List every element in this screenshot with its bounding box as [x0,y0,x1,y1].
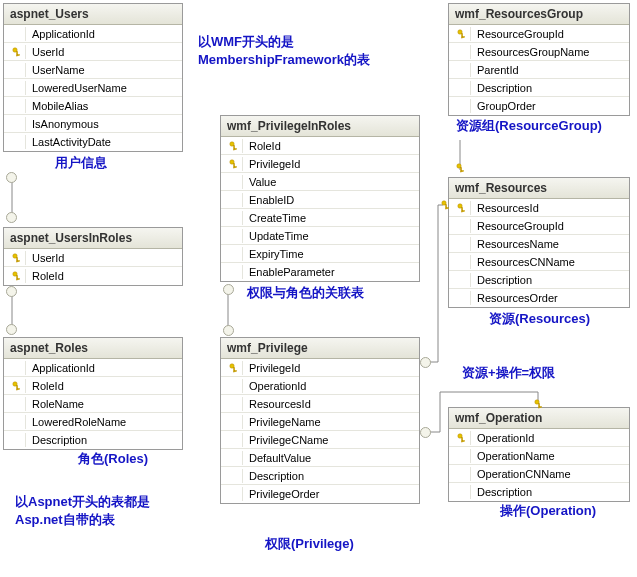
column-row: IsAnonymous [4,115,182,133]
column-row: LoweredUserName [4,79,182,97]
column-marker [8,361,26,375]
caption-users: 用户信息 [55,154,107,172]
column-marker [225,487,243,501]
column-name: UserId [32,46,64,58]
table-title: wmf_ResourcesGroup [449,4,629,25]
column-row: GroupOrder [449,97,629,115]
column-name: ResourcesOrder [477,292,558,304]
column-name: ResourcesName [477,238,559,250]
column-marker [453,237,471,251]
conn-endpoint-icon [6,324,17,335]
column-name: RoleId [32,380,64,392]
caption-resources: 资源(Resources) [489,310,590,328]
column-row: Value [221,173,419,191]
column-marker [453,291,471,305]
column-marker [453,467,471,481]
column-name: CreateTime [249,212,306,224]
column-name: LastActivityDate [32,136,111,148]
column-marker [453,99,471,113]
column-marker [453,485,471,499]
cols: RoleIdPrivilegeIdValueEnableIDCreateTime… [221,137,419,281]
column-row: ResourcesOrder [449,289,629,307]
column-row: PrivilegeId [221,155,419,173]
column-row: UpdateTime [221,227,419,245]
primary-key-icon [8,45,26,59]
table-wmf-operation: wmf_Operation OperationIdOperationNameOp… [448,407,630,502]
column-name: ExpiryTime [249,248,304,260]
column-marker [225,379,243,393]
column-marker [8,27,26,41]
column-marker [8,117,26,131]
column-name: ResourcesGroupName [477,46,590,58]
column-row: ResourceGroupId [449,25,629,43]
column-row: Description [449,483,629,501]
column-name: ResourceGroupId [477,220,564,232]
column-marker [225,415,243,429]
column-name: RoleId [249,140,281,152]
column-marker [453,273,471,287]
column-marker [453,255,471,269]
table-title: aspnet_Users [4,4,182,25]
conn-key-icon [533,398,544,409]
column-marker [225,211,243,225]
cols: ResourceGroupIdResourcesGroupNameParentI… [449,25,629,115]
column-row: OperationName [449,447,629,465]
column-row: PrivilegeName [221,413,419,431]
conn-endpoint-icon [6,212,17,223]
table-aspnet-users: aspnet_Users ApplicationIdUserIdUserName… [3,3,183,152]
column-row: UserId [4,43,182,61]
column-marker [225,229,243,243]
column-name: OperationName [477,450,555,462]
column-marker [8,99,26,113]
conn-endpoint-icon [223,325,234,336]
cols: ApplicationIdUserIdUserNameLoweredUserNa… [4,25,182,151]
column-row: RoleId [4,377,182,395]
column-marker [225,397,243,411]
column-name: PrivilegeCName [249,434,328,446]
column-marker [8,415,26,429]
column-row: ResourcesGroupName [449,43,629,61]
cols: PrivilegeIdOperationIdResourcesIdPrivile… [221,359,419,503]
column-row: LoweredRoleName [4,413,182,431]
primary-key-icon [453,27,471,41]
column-row: PrivilegeId [221,359,419,377]
column-name: OperationId [249,380,306,392]
table-title: wmf_Operation [449,408,629,429]
column-name: RoleId [32,270,64,282]
primary-key-icon [453,431,471,445]
column-name: PrivilegeOrder [249,488,319,500]
table-wmf-privilege: wmf_Privilege PrivilegeIdOperationIdReso… [220,337,420,504]
table-aspnet-usersinroles: aspnet_UsersInRoles UserIdRoleId [3,227,183,286]
column-row: OperationCNName [449,465,629,483]
caption-operation: 操作(Operation) [500,502,596,520]
table-wmf-resources: wmf_Resources ResourcesIdResourceGroupId… [448,177,630,308]
column-row: EnableID [221,191,419,209]
column-row: EnableParameter [221,263,419,281]
column-marker [225,469,243,483]
caption-resgroup: 资源组(ResourceGroup) [456,117,602,135]
column-name: RoleName [32,398,84,410]
cols: ApplicationIdRoleIdRoleNameLoweredRoleNa… [4,359,182,449]
conn-endpoint-icon [6,172,17,183]
column-name: Description [477,274,532,286]
column-row: Description [221,467,419,485]
conn-endpoint-icon [223,284,234,295]
conn-key-icon [455,162,466,173]
column-row: UserId [4,249,182,267]
column-row: RoleId [4,267,182,285]
column-marker [8,397,26,411]
column-marker [453,81,471,95]
table-title: wmf_Resources [449,178,629,199]
column-name: OperationId [477,432,534,444]
conn-endpoint-icon [420,357,431,368]
column-row: ResourcesId [221,395,419,413]
column-name: OperationCNName [477,468,571,480]
column-name: ParentId [477,64,519,76]
column-marker [225,451,243,465]
column-marker [8,63,26,77]
table-wmf-resourcesgroup: wmf_ResourcesGroup ResourceGroupIdResour… [448,3,630,116]
note-wmf-l1: 以WMF开头的是 [198,34,294,49]
column-name: ApplicationId [32,28,95,40]
column-row: Description [449,79,629,97]
cols: UserIdRoleId [4,249,182,285]
